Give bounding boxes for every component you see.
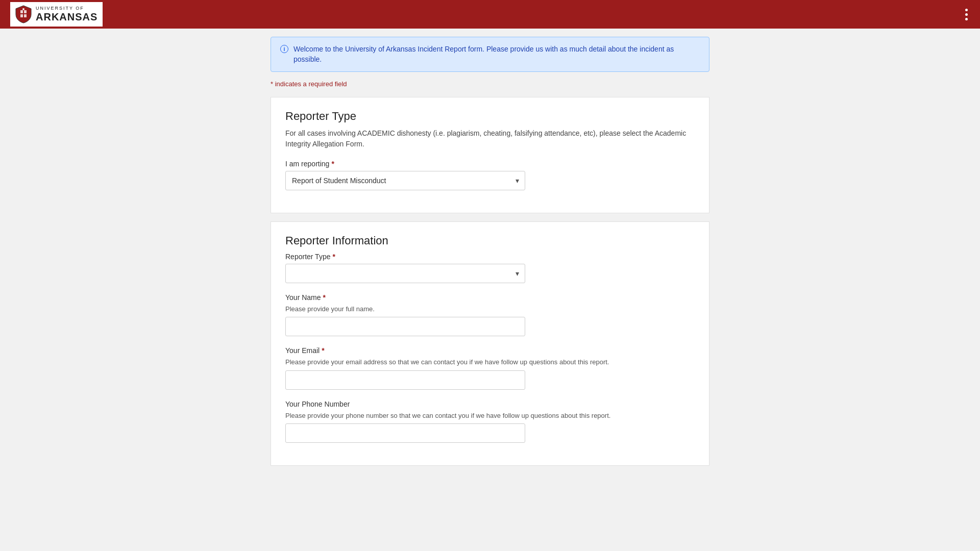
info-icon: i: [280, 45, 288, 55]
reporter-type-select[interactable]: Faculty Staff Student Other: [285, 264, 525, 283]
svg-rect-0: [20, 10, 23, 13]
university-shield-icon: [15, 5, 32, 23]
reporter-type-field: Reporter Type * Faculty Staff Student Ot…: [285, 253, 695, 283]
your-phone-hint: Please provide your phone number so that…: [285, 411, 695, 420]
your-email-input[interactable]: [285, 370, 525, 390]
reporter-information-title: Reporter Information: [285, 234, 695, 247]
university-name-bottom: ARKANSAS: [36, 11, 97, 22]
reporter-type-field-label: Reporter Type *: [285, 253, 695, 261]
your-email-required-star: *: [322, 346, 324, 355]
your-name-required-star: *: [323, 293, 326, 302]
reporter-type-title: Reporter Type: [285, 110, 695, 123]
reporter-type-section: Reporter Type For all cases involving AC…: [271, 97, 709, 213]
required-note: * indicates a required field: [271, 80, 709, 88]
your-email-field: Your Email * Please provide your email a…: [285, 346, 695, 389]
header-menu-button[interactable]: [963, 7, 970, 22]
main-content: i Welcome to the University of Arkansas …: [260, 37, 720, 494]
your-phone-label: Your Phone Number: [285, 400, 695, 408]
university-logo: UNIVERSITY OF ARKANSAS: [10, 2, 103, 27]
svg-point-4: [22, 8, 24, 10]
your-name-field: Your Name * Please provide your full nam…: [285, 293, 695, 336]
university-name-top: UNIVERSITY OF: [36, 6, 97, 11]
info-banner: i Welcome to the University of Arkansas …: [271, 37, 709, 72]
i-am-reporting-select-wrapper[interactable]: Report of Student Misconduct Academic In…: [285, 171, 525, 190]
reporter-type-select-wrapper[interactable]: Faculty Staff Student Other: [285, 264, 525, 283]
your-name-input[interactable]: [285, 317, 525, 336]
banner-text: Welcome to the University of Arkansas In…: [293, 44, 700, 64]
page-header: UNIVERSITY OF ARKANSAS: [0, 0, 980, 29]
reporter-type-description: For all cases involving ACADEMIC dishone…: [285, 128, 695, 149]
i-am-reporting-field: I am reporting * Report of Student Misco…: [285, 160, 695, 190]
svg-rect-1: [24, 10, 27, 13]
university-name: UNIVERSITY OF ARKANSAS: [36, 6, 97, 22]
i-am-reporting-label: I am reporting *: [285, 160, 695, 168]
three-dot-menu-icon: [965, 9, 968, 20]
your-name-label: Your Name *: [285, 293, 695, 302]
your-phone-field: Your Phone Number Please provide your ph…: [285, 400, 695, 443]
svg-rect-3: [24, 14, 27, 17]
required-star: *: [331, 160, 334, 168]
your-phone-input[interactable]: [285, 423, 525, 443]
your-name-hint: Please provide your full name.: [285, 305, 695, 314]
reporter-information-section: Reporter Information Reporter Type * Fac…: [271, 221, 709, 466]
i-am-reporting-select[interactable]: Report of Student Misconduct Academic In…: [285, 171, 525, 190]
svg-text:i: i: [283, 46, 285, 52]
svg-rect-2: [20, 14, 23, 17]
your-email-label: Your Email *: [285, 346, 695, 355]
your-email-hint: Please provide your email address so tha…: [285, 358, 695, 367]
reporter-type-required-star: *: [332, 253, 335, 261]
